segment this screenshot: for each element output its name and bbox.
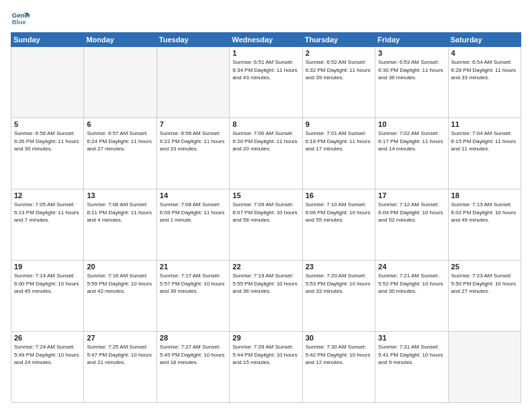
day-number: 10 (378, 120, 445, 128)
calendar-cell: 15Sunrise: 7:09 AM Sunset: 6:07 PM Dayli… (230, 189, 302, 261)
day-number: 30 (306, 334, 372, 342)
week-row-4: 19Sunrise: 7:14 AM Sunset: 6:00 PM Dayli… (11, 261, 521, 332)
day-info: Sunrise: 7:16 AM Sunset: 5:59 PM Dayligh… (87, 272, 153, 295)
day-info: Sunrise: 7:13 AM Sunset: 6:02 PM Dayligh… (451, 201, 518, 224)
day-info: Sunrise: 7:31 AM Sunset: 5:41 PM Dayligh… (378, 343, 445, 367)
week-row-3: 12Sunrise: 7:05 AM Sunset: 6:13 PM Dayli… (11, 189, 521, 261)
day-info: Sunrise: 7:06 AM Sunset: 6:11 PM Dayligh… (87, 201, 153, 224)
calendar-cell: 26Sunrise: 7:24 AM Sunset: 5:49 PM Dayli… (11, 332, 84, 403)
logo: General Blue (11, 8, 32, 27)
day-number: 17 (378, 191, 445, 199)
calendar-cell (84, 47, 157, 118)
calendar-cell: 30Sunrise: 7:30 AM Sunset: 5:42 PM Dayli… (302, 332, 375, 403)
calendar-table: SundayMondayTuesdayWednesdayThursdayFrid… (11, 32, 521, 403)
day-info: Sunrise: 7:23 AM Sunset: 5:50 PM Dayligh… (451, 272, 518, 295)
day-number: 13 (87, 191, 153, 199)
calendar-cell: 31Sunrise: 7:31 AM Sunset: 5:41 PM Dayli… (375, 332, 448, 403)
day-info: Sunrise: 7:05 AM Sunset: 6:13 PM Dayligh… (14, 201, 81, 224)
calendar-cell: 22Sunrise: 7:19 AM Sunset: 5:55 PM Dayli… (230, 261, 302, 332)
week-row-1: 1Sunrise: 6:51 AM Sunset: 6:34 PM Daylig… (11, 47, 521, 118)
day-info: Sunrise: 7:27 AM Sunset: 5:45 PM Dayligh… (160, 343, 226, 367)
calendar-cell: 27Sunrise: 7:25 AM Sunset: 5:47 PM Dayli… (84, 332, 157, 403)
day-info: Sunrise: 7:08 AM Sunset: 6:09 PM Dayligh… (160, 201, 226, 224)
calendar-cell: 29Sunrise: 7:28 AM Sunset: 5:44 PM Dayli… (230, 332, 302, 403)
svg-text:Blue: Blue (12, 18, 26, 26)
day-number: 3 (378, 49, 445, 57)
calendar-cell: 25Sunrise: 7:23 AM Sunset: 5:50 PM Dayli… (448, 261, 521, 332)
day-info: Sunrise: 7:21 AM Sunset: 5:52 PM Dayligh… (378, 272, 445, 295)
day-number: 21 (160, 263, 226, 271)
calendar-cell: 7Sunrise: 6:58 AM Sunset: 6:22 PM Daylig… (157, 118, 229, 189)
day-number: 16 (306, 191, 372, 199)
day-number: 27 (87, 334, 153, 342)
day-info: Sunrise: 7:28 AM Sunset: 5:44 PM Dayligh… (232, 343, 299, 367)
day-info: Sunrise: 6:58 AM Sunset: 6:22 PM Dayligh… (160, 130, 226, 153)
calendar-cell: 28Sunrise: 7:27 AM Sunset: 5:45 PM Dayli… (157, 332, 229, 403)
day-info: Sunrise: 6:56 AM Sunset: 6:26 PM Dayligh… (14, 130, 81, 153)
week-row-5: 26Sunrise: 7:24 AM Sunset: 5:49 PM Dayli… (11, 332, 521, 403)
weekday-header-saturday: Saturday (448, 33, 521, 47)
calendar-cell: 20Sunrise: 7:16 AM Sunset: 5:59 PM Dayli… (84, 261, 157, 332)
day-number: 29 (232, 334, 299, 342)
calendar-cell: 9Sunrise: 7:01 AM Sunset: 6:18 PM Daylig… (302, 118, 375, 189)
day-number: 7 (160, 120, 226, 128)
day-info: Sunrise: 7:20 AM Sunset: 5:53 PM Dayligh… (306, 272, 372, 295)
day-number: 20 (87, 263, 153, 271)
day-number: 28 (160, 334, 226, 342)
weekday-header-wednesday: Wednesday (230, 33, 302, 47)
day-number: 1 (232, 49, 299, 57)
day-info: Sunrise: 7:01 AM Sunset: 6:18 PM Dayligh… (306, 130, 372, 153)
day-number: 5 (14, 120, 81, 128)
day-number: 6 (87, 120, 153, 128)
day-info: Sunrise: 7:14 AM Sunset: 6:00 PM Dayligh… (14, 272, 81, 295)
calendar-cell: 16Sunrise: 7:10 AM Sunset: 6:06 PM Dayli… (302, 189, 375, 261)
day-info: Sunrise: 7:09 AM Sunset: 6:07 PM Dayligh… (232, 201, 299, 224)
day-info: Sunrise: 6:51 AM Sunset: 6:34 PM Dayligh… (232, 58, 299, 82)
page: General Blue SundayMondayTuesdayWednesda… (0, 0, 532, 411)
day-info: Sunrise: 7:25 AM Sunset: 5:47 PM Dayligh… (87, 343, 153, 367)
day-number: 25 (451, 263, 518, 271)
calendar-cell: 18Sunrise: 7:13 AM Sunset: 6:02 PM Dayli… (448, 189, 521, 261)
calendar-cell: 6Sunrise: 6:57 AM Sunset: 6:24 PM Daylig… (84, 118, 157, 189)
day-number: 9 (306, 120, 372, 128)
weekday-header-sunday: Sunday (11, 33, 84, 47)
calendar-cell: 17Sunrise: 7:12 AM Sunset: 6:04 PM Dayli… (375, 189, 448, 261)
day-info: Sunrise: 6:53 AM Sunset: 6:30 PM Dayligh… (378, 58, 445, 82)
day-number: 18 (451, 191, 518, 199)
calendar-cell: 13Sunrise: 7:06 AM Sunset: 6:11 PM Dayli… (84, 189, 157, 261)
calendar-cell: 24Sunrise: 7:21 AM Sunset: 5:52 PM Dayli… (375, 261, 448, 332)
calendar-cell: 8Sunrise: 7:00 AM Sunset: 6:20 PM Daylig… (230, 118, 302, 189)
day-number: 22 (232, 263, 299, 271)
weekday-header-row: SundayMondayTuesdayWednesdayThursdayFrid… (11, 33, 521, 47)
day-number: 12 (14, 191, 81, 199)
weekday-header-thursday: Thursday (302, 33, 375, 47)
calendar-cell: 3Sunrise: 6:53 AM Sunset: 6:30 PM Daylig… (375, 47, 448, 118)
day-number: 14 (160, 191, 226, 199)
calendar-cell (11, 47, 84, 118)
day-number: 11 (451, 120, 518, 128)
day-info: Sunrise: 6:54 AM Sunset: 6:28 PM Dayligh… (451, 58, 518, 82)
day-info: Sunrise: 7:04 AM Sunset: 6:15 PM Dayligh… (451, 130, 518, 153)
calendar-cell: 12Sunrise: 7:05 AM Sunset: 6:13 PM Dayli… (11, 189, 84, 261)
calendar-cell: 5Sunrise: 6:56 AM Sunset: 6:26 PM Daylig… (11, 118, 84, 189)
day-number: 2 (306, 49, 372, 57)
calendar-cell: 4Sunrise: 6:54 AM Sunset: 6:28 PM Daylig… (448, 47, 521, 118)
day-info: Sunrise: 7:24 AM Sunset: 5:49 PM Dayligh… (14, 343, 81, 367)
week-row-2: 5Sunrise: 6:56 AM Sunset: 6:26 PM Daylig… (11, 118, 521, 189)
weekday-header-monday: Monday (84, 33, 157, 47)
calendar-cell: 19Sunrise: 7:14 AM Sunset: 6:00 PM Dayli… (11, 261, 84, 332)
day-info: Sunrise: 6:52 AM Sunset: 6:32 PM Dayligh… (306, 58, 372, 82)
day-info: Sunrise: 7:00 AM Sunset: 6:20 PM Dayligh… (232, 130, 299, 153)
calendar-cell: 2Sunrise: 6:52 AM Sunset: 6:32 PM Daylig… (302, 47, 375, 118)
day-number: 24 (378, 263, 445, 271)
day-info: Sunrise: 7:19 AM Sunset: 5:55 PM Dayligh… (232, 272, 299, 295)
day-info: Sunrise: 7:12 AM Sunset: 6:04 PM Dayligh… (378, 201, 445, 224)
day-number: 15 (232, 191, 299, 199)
calendar-cell: 11Sunrise: 7:04 AM Sunset: 6:15 PM Dayli… (448, 118, 521, 189)
day-info: Sunrise: 7:10 AM Sunset: 6:06 PM Dayligh… (306, 201, 372, 224)
calendar-cell: 14Sunrise: 7:08 AM Sunset: 6:09 PM Dayli… (157, 189, 229, 261)
calendar-cell (157, 47, 229, 118)
logo-icon: General Blue (11, 8, 30, 27)
day-number: 23 (306, 263, 372, 271)
day-number: 8 (232, 120, 299, 128)
